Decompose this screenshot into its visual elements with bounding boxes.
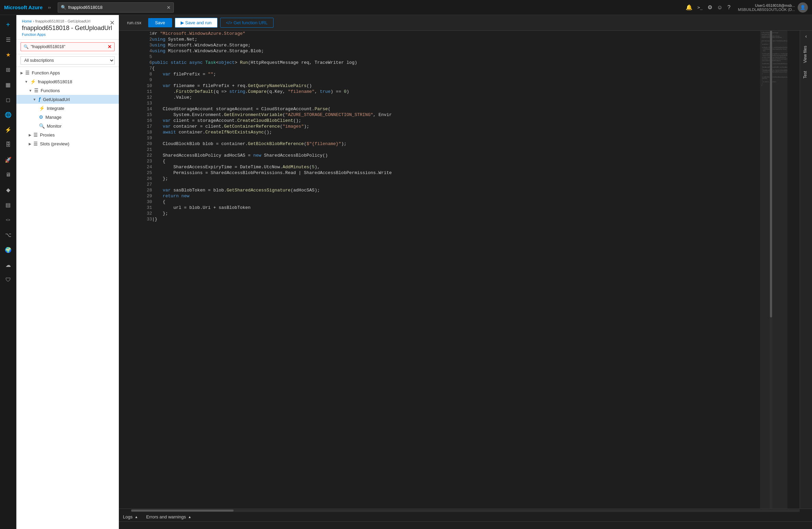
page-subtitle[interactable]: Function Apps <box>22 32 113 37</box>
git-btn[interactable]: ⌥ <box>1 228 15 242</box>
panel-search-clear-icon[interactable]: ✕ <box>108 44 112 49</box>
test-btn[interactable]: Test <box>800 67 812 83</box>
cloud-shell-icon[interactable]: >_ <box>697 5 703 10</box>
monitor-btn[interactable]: 🖥 <box>1 168 15 182</box>
line-code-17: var container = client.GetContainerRefer… <box>152 124 800 129</box>
diamond-btn[interactable]: ◆ <box>1 183 15 197</box>
line-code-20: CloudBlockBlob blob = container.GetBlock… <box>152 141 800 147</box>
code-line-29: 29 return new <box>119 193 800 199</box>
line-code-9 <box>152 77 800 83</box>
line-code-29: return new <box>152 193 800 199</box>
feedback-icon[interactable]: ☺ <box>717 4 723 11</box>
app-icon: ⚡ <box>30 79 36 84</box>
line-code-3: using Microsoft.WindowsAzure.Storage; <box>152 42 800 48</box>
close-btn[interactable]: ✕ <box>110 19 115 27</box>
collapse-right-panel-btn[interactable]: ‹ <box>800 31 812 42</box>
lightning-btn[interactable]: ⚡ <box>1 123 15 137</box>
code-line-16: 16 var client = storageAccount.CreateClo… <box>119 118 800 124</box>
globe-btn[interactable]: 🌍 <box>1 243 15 257</box>
avatar[interactable]: 👤 <box>798 2 808 13</box>
code-line-13: 13 <box>119 100 800 106</box>
create-resource-btn[interactable]: + <box>1 18 15 31</box>
network-btn[interactable]: 🌐 <box>1 108 15 121</box>
get-upload-url-icon: ƒ <box>38 97 41 102</box>
vertical-scrollbar-thumb[interactable] <box>770 31 772 317</box>
code-editor[interactable]: 1 #r "Microsoft.WindowsAzure.Storage" 2 … <box>119 31 800 509</box>
line-number-10: 10 <box>119 83 152 89</box>
layers-btn[interactable]: ▤ <box>1 198 15 212</box>
menu-btn[interactable]: ☰ <box>1 33 15 46</box>
line-code-13 <box>152 100 800 106</box>
breadcrumb-home[interactable]: Home <box>22 19 32 23</box>
tree-item-integrate[interactable]: ⚡ Integrate <box>16 104 119 113</box>
favorites-btn[interactable]: ★ <box>1 48 15 61</box>
line-number-28: 28 <box>119 187 152 193</box>
line-code-25: Permissions = SharedAccessBlobPermission… <box>152 170 800 176</box>
line-code-24: SharedAccessExpiryTime = DateTime.UtcNow… <box>152 164 800 170</box>
nav-collapse-btn[interactable]: ›› <box>48 5 51 10</box>
tree-item-functions[interactable]: ▼ ☰ Functions <box>16 86 119 95</box>
panel-search-input[interactable] <box>31 44 108 49</box>
tree-item-monitor[interactable]: 🔍 Monitor <box>16 121 119 130</box>
line-number-29: 29 <box>119 193 152 199</box>
line-number-32: 32 <box>119 211 152 216</box>
get-upload-url-label: GetUploadUrl <box>43 97 70 102</box>
code-line-5: 5 <box>119 54 800 60</box>
line-number-22: 22 <box>119 153 152 158</box>
line-number-24: 24 <box>119 164 152 170</box>
page-header: Home › fnapplod6518018 - GetUploadUrl fn… <box>16 15 119 40</box>
panel-search-icon: 🔍 <box>24 44 29 49</box>
line-number-11: 11 <box>119 89 152 95</box>
horizontal-scrollbar-thumb[interactable] <box>131 510 234 512</box>
tree-item-slots[interactable]: ▶ ☰ Slots (preview) <box>16 139 119 148</box>
line-code-8: var filePrefix = ""; <box>152 71 800 77</box>
shield-btn[interactable]: 🛡 <box>1 273 15 287</box>
file-tab[interactable]: run.csx <box>123 19 145 27</box>
logs-tab[interactable]: Logs ▲ <box>123 514 138 519</box>
tree-item-get-upload-url[interactable]: ▼ ƒ GetUploadUrl <box>16 95 119 104</box>
code-btn[interactable]: <> <box>1 213 15 227</box>
save-run-button[interactable]: ▶ Save and run <box>175 18 218 28</box>
rocket-btn[interactable]: 🚀 <box>1 153 15 167</box>
help-icon[interactable]: ? <box>727 4 730 11</box>
line-code-5 <box>152 54 800 60</box>
proxies-chevron: ▶ <box>29 133 31 137</box>
function-apps-icon: ☰ <box>25 70 30 75</box>
integrate-icon: ⚡ <box>39 105 45 111</box>
tree-item-manage[interactable]: ⚙ Manage <box>16 113 119 121</box>
line-code-11: .FirstOrDefault(q => string.Compare(q.Ke… <box>152 89 800 95</box>
errors-tab[interactable]: Errors and warnings ▲ <box>146 514 191 519</box>
code-line-9: 9 <box>119 77 800 83</box>
cube-btn[interactable]: ◻ <box>1 93 15 106</box>
user-name: User1-6518018@msb... <box>738 3 795 8</box>
editor-area: run.csx Save ▶ Save and run </> Get func… <box>119 15 812 529</box>
line-number-23: 23 <box>119 158 152 164</box>
line-code-30: { <box>152 199 800 205</box>
database-btn[interactable]: 🗄 <box>1 138 15 152</box>
sidebar-icons: + ☰ ★ ⊞ ▦ ◻ 🌐 ⚡ 🗄 🚀 🖥 ◆ ▤ <> ⌥ 🌍 ☁ 🛡 <box>0 15 16 529</box>
tree-item-app[interactable]: ▼ ⚡ fnapplod6518018 <box>16 77 119 86</box>
code-area-wrapper: 1 #r "Microsoft.WindowsAzure.Storage" 2 … <box>119 31 812 509</box>
settings-icon[interactable]: ⚙ <box>708 4 712 11</box>
subscription-filter[interactable]: All subscriptions <box>20 56 115 65</box>
line-number-13: 13 <box>119 100 152 106</box>
code-line-21: 21 <box>119 147 800 153</box>
page-title: fnapplod6518018 - GetUploadUrl <box>22 25 113 32</box>
user-text: User1-6518018@msb... MSBUILDLABS01OUTLOO… <box>738 3 795 12</box>
code-line-23: 23 { <box>119 158 800 164</box>
search-clear-icon[interactable]: ✕ <box>167 5 171 10</box>
tree-item-proxies[interactable]: ▶ ☰ Proxies <box>16 130 119 139</box>
search-input[interactable] <box>68 5 167 10</box>
tree-item-function-apps[interactable]: ▶ ☰ Function Apps <box>16 68 119 77</box>
save-button[interactable]: Save <box>148 18 172 27</box>
resources-btn[interactable]: ▦ <box>1 78 15 91</box>
cloud-btn[interactable]: ☁ <box>1 258 15 272</box>
line-number-33: 33 <box>119 216 152 222</box>
get-url-button[interactable]: </> Get function URL <box>220 18 274 28</box>
notification-icon[interactable]: 🔔 <box>686 4 692 11</box>
line-code-18: await container.CreateIfNotExistsAsync()… <box>152 129 800 135</box>
view-files-btn[interactable]: View files <box>800 42 812 67</box>
dashboard-btn[interactable]: ⊞ <box>1 63 15 76</box>
vertical-scrollbar-track <box>770 31 772 509</box>
slots-chevron: ▶ <box>29 142 31 146</box>
